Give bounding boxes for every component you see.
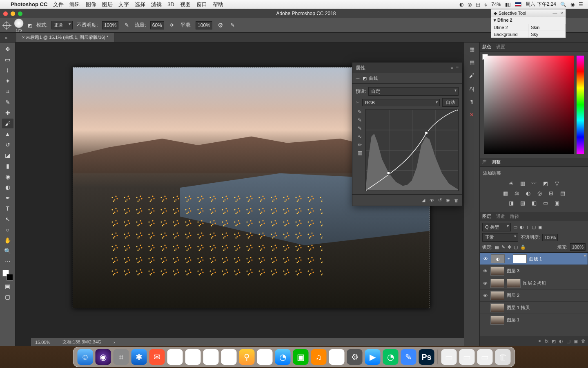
hand-tool-icon[interactable]: ✋ xyxy=(2,236,13,245)
close-window-button[interactable] xyxy=(3,11,8,16)
path-select-tool-icon[interactable]: ↖ xyxy=(2,214,13,224)
exposure-icon[interactable]: ◩ xyxy=(542,180,549,187)
balance-icon[interactable]: ⚖ xyxy=(513,189,521,197)
auto-button[interactable]: 自动 xyxy=(442,98,459,107)
blend-mode-select[interactable]: 正常 xyxy=(482,233,518,242)
layer-row[interactable]: 👁◐⚭曲线 1 xyxy=(480,253,588,265)
color-hue-slider[interactable] xyxy=(577,56,584,154)
doc-size[interactable]: 文档:138.3M/2.34G xyxy=(62,339,101,345)
fill-input[interactable]: 100% xyxy=(570,243,586,251)
menu-window[interactable]: 窗口 xyxy=(196,1,207,8)
lock-image-icon[interactable]: ✎ xyxy=(501,245,505,250)
preferences-icon[interactable]: ⚙ xyxy=(347,349,363,365)
new-group-icon[interactable]: ▢ xyxy=(566,339,570,344)
stamp-tool-icon[interactable]: ▲ xyxy=(2,129,13,139)
minimize-icon[interactable]: — xyxy=(553,11,557,16)
crop-tool-icon[interactable]: ⌗ xyxy=(2,87,13,96)
quick-mask-icon[interactable]: ▣ xyxy=(2,281,13,291)
move-tool-icon[interactable]: ✥ xyxy=(2,44,13,54)
layers-panel-tab[interactable]: 图层 xyxy=(482,213,491,220)
blend-mode-select[interactable]: 正常 xyxy=(51,21,73,29)
layer-row[interactable]: 👁图层 2 拷贝 xyxy=(480,277,588,289)
shape-tool-icon[interactable]: ○ xyxy=(2,225,13,235)
lasso-tool-icon[interactable]: ⌇ xyxy=(2,65,13,75)
clip-icon[interactable]: ◪ xyxy=(421,197,425,203)
layer-thumb[interactable] xyxy=(490,303,504,312)
layer-name[interactable]: 图层 2 拷贝 xyxy=(523,280,546,286)
vibrance-icon[interactable]: ▽ xyxy=(553,180,561,187)
history-panel-icon[interactable]: ▦ xyxy=(467,44,477,54)
link-layers-icon[interactable]: ⚭ xyxy=(538,339,541,344)
spotlight-icon[interactable]: 🔍 xyxy=(560,2,566,7)
clock[interactable]: 周六 下午2:24 xyxy=(526,1,556,8)
channels-panel-tab[interactable]: 通道 xyxy=(496,213,505,220)
selective-tool-window[interactable]: ◆ Selective Tool — × ▾ Dfine 2 Dfine 2 S… xyxy=(491,9,566,38)
gradient-map-icon[interactable]: ▭ xyxy=(542,199,549,206)
levels-icon[interactable]: ▥ xyxy=(519,180,526,187)
input-source-icon[interactable] xyxy=(515,2,521,7)
character-panel-icon[interactable]: A| xyxy=(467,83,477,93)
color-swatches[interactable] xyxy=(2,270,13,280)
menu-edit[interactable]: 编辑 xyxy=(69,1,80,8)
collapse-icon[interactable]: » xyxy=(450,65,453,71)
layer-name[interactable]: 图层 1 xyxy=(507,317,519,323)
edit-toolbar-icon[interactable]: ⋯ xyxy=(2,257,13,267)
visibility-toggle-icon[interactable]: 👁 xyxy=(482,269,488,274)
tool-preset-icon[interactable] xyxy=(3,22,10,29)
smoothing-options-icon[interactable] xyxy=(216,21,225,29)
pressure-size-icon[interactable]: ✎ xyxy=(229,21,237,29)
hand-target-icon[interactable]: ☞ xyxy=(356,100,360,105)
visibility-toggle-icon[interactable]: 👁 xyxy=(482,281,488,286)
player-icon[interactable]: ▶ xyxy=(365,349,381,365)
histogram-icon[interactable]: ▥ xyxy=(358,150,362,156)
settings-panel-tab[interactable]: 设置 xyxy=(496,44,505,50)
prev-state-icon[interactable]: ◉ xyxy=(446,197,450,203)
brush-panel-icon[interactable]: ◩ xyxy=(28,22,32,28)
curves-icon[interactable]: 〰 xyxy=(530,180,538,187)
wechat-status-icon[interactable]: ◐ xyxy=(459,2,463,7)
dock-file-3[interactable]: ▭ xyxy=(477,349,493,365)
library-panel-tab[interactable]: 库 xyxy=(482,159,487,165)
dock-file-2[interactable]: ▭ xyxy=(459,349,475,365)
dock-file-1[interactable]: ▭ xyxy=(441,349,457,365)
menu-view[interactable]: 视图 xyxy=(180,1,191,8)
itunes-icon[interactable]: ♫ xyxy=(311,349,327,365)
minimize-window-button[interactable] xyxy=(11,11,15,16)
safari-icon[interactable]: ✱ xyxy=(131,349,147,365)
menu-select[interactable]: 选择 xyxy=(135,1,145,8)
selective-color-icon[interactable]: ▣ xyxy=(553,199,561,206)
paths-panel-tab[interactable]: 路径 xyxy=(510,213,519,220)
battery-icon[interactable]: ▮▯ xyxy=(505,2,511,7)
reminders-icon[interactable]: ☑ xyxy=(221,349,237,365)
close-icon[interactable]: × xyxy=(561,11,563,16)
zoom-window-button[interactable] xyxy=(18,11,22,16)
paragraph-panel-icon[interactable]: ¶ xyxy=(467,96,477,106)
lock-artboard-icon[interactable]: ▢ xyxy=(514,245,518,250)
menu-type[interactable]: 文字 xyxy=(118,1,129,8)
preset-select[interactable]: 自定 xyxy=(368,87,459,96)
threshold-icon[interactable]: ◧ xyxy=(530,199,538,206)
notification-center-icon[interactable]: ☰ xyxy=(579,2,583,7)
layer-thumb[interactable] xyxy=(490,316,504,325)
zoom-tool-icon[interactable]: 🔍 xyxy=(2,246,13,256)
layer-fx-icon[interactable]: fx xyxy=(545,339,548,343)
delete-layer-icon[interactable]: 🗑 xyxy=(581,339,586,343)
lut-icon[interactable]: ▤ xyxy=(559,189,566,197)
app-name[interactable]: Photoshop CC xyxy=(11,1,47,7)
layer-mask-icon[interactable]: ◩ xyxy=(552,339,556,344)
layer-mask-thumb[interactable] xyxy=(507,279,521,288)
link-mask-icon[interactable]: ⚭ xyxy=(507,257,510,261)
keynote-icon[interactable]: ▣ xyxy=(329,349,345,365)
layer-thumb[interactable] xyxy=(490,291,504,300)
menu-help[interactable]: 帮助 xyxy=(213,1,223,8)
brush-preview-icon[interactable] xyxy=(14,18,24,28)
smoothing-input[interactable]: 100% xyxy=(196,21,212,29)
close-panel-icon[interactable]: ✕ xyxy=(467,110,477,119)
photoshop-icon[interactable]: Ps xyxy=(419,349,434,365)
menu-layer[interactable]: 图层 xyxy=(102,1,113,8)
channel-select[interactable]: RGB xyxy=(362,99,440,106)
calendar-icon[interactable]: 14 xyxy=(185,349,201,365)
mask-thumb[interactable] xyxy=(513,254,527,263)
layer-row[interactable]: 图层 1 拷贝 xyxy=(480,302,588,314)
sample-gray-icon[interactable]: ✎ xyxy=(358,117,362,123)
